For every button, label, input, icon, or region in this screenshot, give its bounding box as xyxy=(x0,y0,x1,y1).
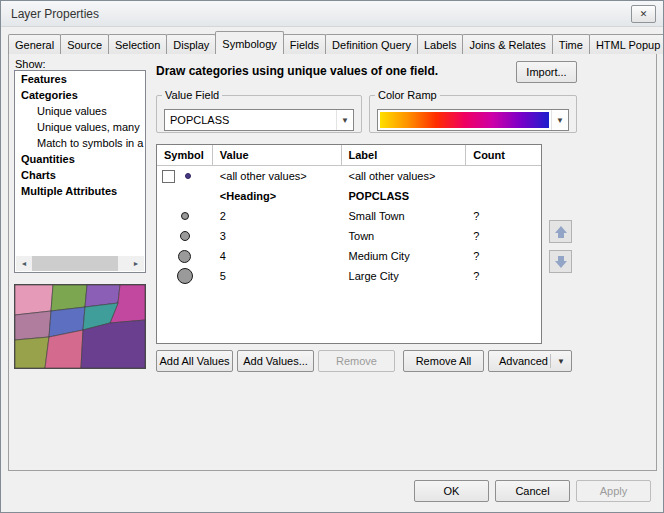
show-item-multiple-attributes[interactable]: Multiple Attributes xyxy=(15,183,145,199)
titlebar[interactable]: Layer Properties ✕ xyxy=(1,1,663,27)
symbology-heading: Draw categories using unique values of o… xyxy=(156,64,438,78)
tab-display[interactable]: Display xyxy=(166,34,216,54)
symbol-dot[interactable] xyxy=(181,212,189,220)
value-cell: <all other values> xyxy=(213,170,342,182)
value-field-label: Value Field xyxy=(162,89,222,101)
header-label[interactable]: Label xyxy=(342,145,467,166)
color-ramp-label: Color Ramp xyxy=(375,89,440,101)
show-item-unique-values-many[interactable]: Unique values, many xyxy=(15,119,145,135)
show-item-categories[interactable]: Categories xyxy=(15,87,145,103)
table-row[interactable]: 5 Large City ? xyxy=(157,266,541,286)
symbol-dot[interactable] xyxy=(177,268,193,284)
table-row[interactable]: 4 Medium City ? xyxy=(157,246,541,266)
value-field-selected: POPCLASS xyxy=(165,110,336,130)
chevron-down-icon: ▼ xyxy=(336,110,353,130)
scrollbar-thumb[interactable] xyxy=(32,256,118,271)
show-label: Show: xyxy=(15,58,46,70)
close-button[interactable]: ✕ xyxy=(631,5,656,23)
symbol-cell xyxy=(157,186,213,206)
show-item-charts[interactable]: Charts xyxy=(15,167,145,183)
symbol-dot[interactable] xyxy=(180,231,190,241)
show-item-unique-values[interactable]: Unique values xyxy=(15,103,145,119)
table-row[interactable]: 2 Small Town ? xyxy=(157,206,541,226)
scroll-left-arrow-icon[interactable]: ◄ xyxy=(16,256,32,271)
label-cell: <all other values> xyxy=(342,170,467,182)
tab-selection[interactable]: Selection xyxy=(108,34,167,54)
show-listbox: Features Categories Unique values Unique… xyxy=(14,70,146,273)
tab-definition-query[interactable]: Definition Query xyxy=(325,34,418,54)
move-up-button[interactable] xyxy=(549,220,572,243)
table-row[interactable]: <Heading> POPCLASS xyxy=(157,186,541,206)
label-cell: Small Town xyxy=(342,210,467,222)
header-value[interactable]: Value xyxy=(213,145,342,166)
symbol-cell xyxy=(157,266,213,286)
close-icon: ✕ xyxy=(640,9,648,19)
symbol-cell xyxy=(157,166,213,186)
advanced-button[interactable]: Advanced ▼ xyxy=(488,350,572,372)
tabstrip: General Source Selection Display Symbolo… xyxy=(8,31,664,54)
symbol-cell xyxy=(157,246,213,266)
header-symbol[interactable]: Symbol xyxy=(157,145,213,166)
layer-properties-dialog: Layer Properties ✕ General Source Select… xyxy=(0,0,664,513)
label-cell: Large City xyxy=(342,270,467,282)
apply-button: Apply xyxy=(576,480,651,502)
color-ramp-combo[interactable]: ▼ xyxy=(377,109,569,131)
table-header: Symbol Value Label Count xyxy=(157,145,541,166)
remove-all-button[interactable]: Remove All xyxy=(403,350,484,372)
window-title: Layer Properties xyxy=(11,7,99,21)
label-cell: POPCLASS xyxy=(342,190,467,202)
show-item-features[interactable]: Features xyxy=(15,71,145,87)
values-table: Symbol Value Label Count <all other valu… xyxy=(156,144,542,344)
add-values-button[interactable]: Add Values... xyxy=(237,350,314,372)
remove-button: Remove xyxy=(318,350,395,372)
count-cell: ? xyxy=(466,210,541,222)
tab-labels[interactable]: Labels xyxy=(417,34,463,54)
symbol-dot[interactable] xyxy=(178,250,191,263)
tab-fields[interactable]: Fields xyxy=(283,34,326,54)
symbol-cell xyxy=(157,226,213,246)
move-down-button[interactable] xyxy=(549,250,572,273)
arrow-up-icon xyxy=(555,226,567,233)
tab-source[interactable]: Source xyxy=(60,34,109,54)
value-cell: 4 xyxy=(213,250,342,262)
tab-joins-relates[interactable]: Joins & Relates xyxy=(462,34,552,54)
cancel-button[interactable]: Cancel xyxy=(495,480,570,502)
tab-symbology[interactable]: Symbology xyxy=(215,31,283,54)
horizontal-scrollbar[interactable]: ◄ ► xyxy=(16,256,144,271)
tab-html-popup[interactable]: HTML Popup xyxy=(589,34,664,54)
value-cell: <Heading> xyxy=(213,190,342,202)
header-count[interactable]: Count xyxy=(466,145,541,166)
tab-general[interactable]: General xyxy=(8,34,61,54)
count-cell: ? xyxy=(466,230,541,242)
scroll-right-arrow-icon[interactable]: ► xyxy=(128,256,144,271)
count-cell: ? xyxy=(466,250,541,262)
chevron-down-icon: ▼ xyxy=(550,354,565,368)
color-ramp-group: Color Ramp ▼ xyxy=(369,89,577,133)
label-cell: Town xyxy=(342,230,467,242)
symbol-dot[interactable] xyxy=(185,173,191,179)
arrow-up-icon xyxy=(558,233,564,238)
table-row[interactable]: <all other values> <all other values> xyxy=(157,166,541,186)
import-button[interactable]: Import... xyxy=(516,61,577,83)
advanced-button-label: Advanced xyxy=(499,355,548,367)
symbol-cell xyxy=(157,206,213,226)
value-cell: 5 xyxy=(213,270,342,282)
tab-time[interactable]: Time xyxy=(552,34,590,54)
value-cell: 2 xyxy=(213,210,342,222)
add-all-values-button[interactable]: Add All Values xyxy=(156,350,233,372)
show-item-quantities[interactable]: Quantities xyxy=(15,151,145,167)
value-field-combo[interactable]: POPCLASS ▼ xyxy=(164,109,354,131)
value-field-group: Value Field POPCLASS ▼ xyxy=(156,89,362,133)
show-item-match-symbols[interactable]: Match to symbols in a xyxy=(15,135,145,151)
chevron-down-icon: ▼ xyxy=(551,110,568,130)
arrow-down-icon xyxy=(555,261,567,268)
color-ramp-gradient xyxy=(380,112,549,128)
table-row[interactable]: 3 Town ? xyxy=(157,226,541,246)
label-cell: Medium City xyxy=(342,250,467,262)
all-other-values-checkbox[interactable] xyxy=(162,170,175,183)
value-cell: 3 xyxy=(213,230,342,242)
map-preview xyxy=(14,284,146,369)
count-cell: ? xyxy=(466,270,541,282)
ok-button[interactable]: OK xyxy=(414,480,489,502)
